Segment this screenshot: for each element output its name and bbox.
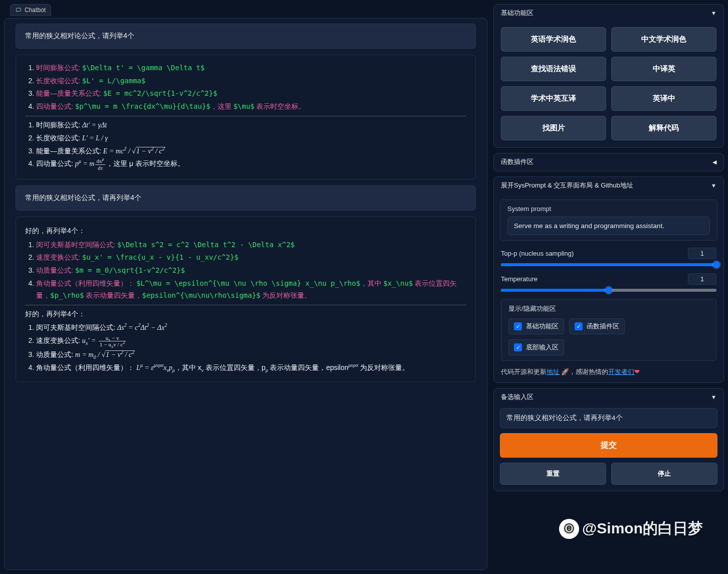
toggle-plugin-fn[interactable]: ✓函数插件区 bbox=[569, 318, 625, 334]
fn-academic-trans[interactable]: 学术中英互译 bbox=[501, 86, 606, 111]
system-prompt-input[interactable]: Serve me as a writing and programming as… bbox=[507, 217, 710, 235]
tab-chatbot[interactable]: Chatbot bbox=[10, 4, 51, 16]
toggle-basic-fn[interactable]: ✓基础功能区 bbox=[508, 318, 564, 334]
chat-pane[interactable]: 常用的狭义相对论公式，请列举4个 时间膨胀公式: $\Delta t' = \g… bbox=[4, 18, 487, 570]
user-text: 常用的狭义相对论公式，请再列举4个 bbox=[25, 194, 141, 202]
fn-grammar-check[interactable]: 查找语法错误 bbox=[501, 57, 606, 81]
tab-label: Chatbot bbox=[25, 7, 46, 14]
footer-text: 代码开源和更新地址 🚀，感谢热情的开发者们❤ bbox=[494, 366, 723, 382]
chat-icon bbox=[16, 7, 22, 13]
fn-english-polish[interactable]: 英语学术润色 bbox=[501, 27, 606, 52]
github-link[interactable]: 地址 bbox=[547, 368, 560, 375]
panel-title: 函数插件区 bbox=[501, 157, 533, 166]
top-p-slider[interactable] bbox=[501, 263, 716, 266]
formula-rendered-list: 闵可夫斯基时空间隔公式: Δs2 = c2Δt2 − Δx2 速度变换公式: u… bbox=[36, 322, 466, 373]
chevron-down-icon[interactable]: ▼ bbox=[711, 182, 716, 188]
panel-title: 备选输入区 bbox=[501, 393, 533, 402]
chevron-down-icon[interactable]: ▼ bbox=[711, 10, 716, 16]
svg-rect-0 bbox=[17, 8, 21, 11]
alt-input-text[interactable]: 常用的狭义相对论公式，请再列举4个 bbox=[500, 408, 717, 428]
formula-rendered-list: 时间膨胀公式: Δt′ = γΔt 长度收缩公式: L′ = L / γ 能量—… bbox=[36, 119, 466, 171]
panel-title: 基础功能区 bbox=[501, 9, 533, 18]
top-p-value[interactable]: 1 bbox=[688, 248, 716, 259]
user-text: 常用的狭义相对论公式，请列举4个 bbox=[25, 32, 134, 40]
check-icon: ✓ bbox=[514, 322, 522, 330]
assistant-message: 时间膨胀公式: $\Delta t' = \gamma \Delta t$ 长度… bbox=[16, 55, 476, 179]
plugin-panel[interactable]: 函数插件区 ◀ bbox=[493, 153, 724, 171]
temperature-label: Temperature bbox=[501, 275, 537, 283]
fn-explain-code[interactable]: 解释代码 bbox=[611, 116, 716, 140]
top-p-label: Top-p (nucleus sampling) bbox=[501, 250, 574, 257]
panel-title: 展开SysPrompt & 交互界面布局 & Github地址 bbox=[501, 181, 633, 190]
assistant-intro: 好的，再列举4个： bbox=[25, 225, 466, 237]
chevron-down-icon[interactable]: ▼ bbox=[711, 394, 716, 400]
heart-icon: ❤ bbox=[634, 368, 640, 375]
stop-button[interactable]: 停止 bbox=[611, 463, 717, 485]
formula-source-list: 闵可夫斯基时空间隔公式: $\Delta s^2 = c^2 \Delta t^… bbox=[36, 239, 466, 302]
fn-chinese-polish[interactable]: 中文学术润色 bbox=[611, 27, 716, 52]
user-message: 常用的狭义相对论公式，请再列举4个 bbox=[16, 185, 476, 211]
toggle-bottom-input[interactable]: ✓底部输入区 bbox=[508, 339, 564, 355]
check-icon: ✓ bbox=[514, 343, 522, 351]
devs-link[interactable]: 开发者们 bbox=[608, 368, 634, 375]
temperature-value[interactable]: 1 bbox=[688, 273, 716, 285]
alt-input-panel: 备选输入区 ▼ 常用的狭义相对论公式，请再列举4个 提交 重置 停止 bbox=[493, 388, 724, 491]
system-prompt-label: System prompt bbox=[507, 205, 710, 213]
formula-source-list: 时间膨胀公式: $\Delta t' = \gamma \Delta t$ 长度… bbox=[36, 62, 466, 113]
temperature-slider[interactable] bbox=[501, 289, 716, 292]
basic-functions-panel: 基础功能区 ▼ 英语学术润色 中文学术润色 查找语法错误 中译英 学术中英互译 … bbox=[493, 4, 724, 148]
sysprompt-panel: 展开SysPrompt & 交互界面布局 & Github地址 ▼ System… bbox=[493, 176, 724, 383]
assistant-message: 好的，再列举4个： 闵可夫斯基时空间隔公式: $\Delta s^2 = c^2… bbox=[16, 217, 476, 382]
user-message: 常用的狭义相对论公式，请列举4个 bbox=[16, 24, 476, 49]
rocket-icon: 🚀 bbox=[561, 368, 569, 375]
reset-button[interactable]: 重置 bbox=[500, 463, 606, 485]
check-icon: ✓ bbox=[575, 322, 583, 330]
toggle-section-title: 显示/隐藏功能区 bbox=[508, 304, 709, 313]
fn-zh-to-en[interactable]: 中译英 bbox=[611, 57, 716, 81]
chevron-left-icon[interactable]: ◀ bbox=[712, 159, 716, 165]
fn-find-image[interactable]: 找图片 bbox=[501, 116, 606, 140]
fn-en-to-zh[interactable]: 英译中 bbox=[611, 86, 716, 111]
submit-button[interactable]: 提交 bbox=[500, 433, 717, 458]
